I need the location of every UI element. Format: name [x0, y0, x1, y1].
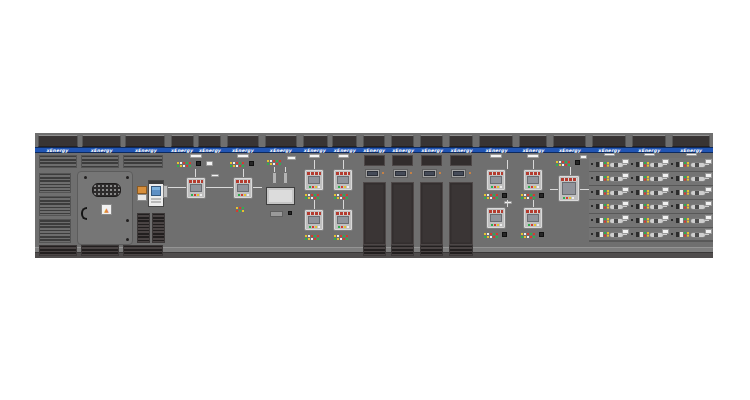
door-handle: [81, 207, 87, 220]
feeder-label: [705, 159, 712, 164]
status-led: [410, 172, 412, 174]
section-mcc-2: xEnergy: [629, 133, 669, 258]
section-control-cabinet-2: xEnergy: [388, 133, 417, 258]
brand-logo: xEnergy: [522, 148, 544, 153]
control-cabinet-front: [446, 153, 476, 247]
vent-pill: [580, 155, 587, 159]
dark-door: [420, 182, 443, 245]
acb-module: [233, 177, 253, 199]
indicator-lights: [604, 162, 606, 164]
indicator-lights: [484, 194, 486, 196]
roof-panels: [589, 133, 629, 147]
brand-logo: xEnergy: [598, 148, 620, 153]
section-mcc-1: xEnergy: [589, 133, 629, 258]
hmi-screen: [424, 171, 435, 176]
indicator-lights: [267, 160, 269, 162]
roof-panel: [363, 135, 386, 147]
door-bolt: [126, 219, 129, 222]
roof-panels: [224, 133, 262, 147]
brand-logo: xEnergy: [135, 148, 157, 153]
brand-logo: xEnergy: [450, 148, 472, 153]
roof-panels: [669, 133, 713, 147]
feeder-label: [705, 187, 712, 192]
roof-panels: [629, 133, 669, 147]
indicator-lights: [604, 176, 606, 178]
release-button: [631, 177, 633, 179]
indicator-lights: [305, 235, 307, 237]
section-control-cabinet-4: xEnergy: [446, 133, 476, 258]
control-switch: [575, 160, 580, 165]
section-metering: xEnergy: [262, 133, 300, 258]
acb-label: [489, 172, 503, 175]
section-control-cabinet-1: xEnergy: [360, 133, 389, 258]
roof-panels: [476, 133, 516, 147]
door-bolt: [126, 238, 129, 241]
mcc-front: [629, 153, 669, 247]
roof-panels: [446, 133, 476, 147]
vent-pill: [604, 153, 615, 156]
control-cabinet-front: [388, 153, 417, 247]
feeder-label: [622, 173, 629, 178]
roof-panel: [332, 135, 357, 147]
switchgear-lineup: xEnergy xEnergy xEnergy ▲: [35, 133, 713, 258]
indicator-lights: [604, 204, 606, 206]
feeder-label: [662, 215, 669, 220]
orange-indicator: [137, 186, 147, 194]
vent-grille: [39, 155, 77, 168]
plinth: [550, 252, 589, 258]
indicator-lights: [644, 204, 646, 206]
bottom-vent-grille: [420, 245, 443, 256]
feeder-label: [622, 187, 629, 192]
indicator-lights: [644, 232, 646, 234]
section-acb-stack-2: xEnergy: [516, 133, 550, 258]
feeder-drawer: [629, 172, 669, 186]
acb-indicators: [563, 197, 565, 199]
meter-buttons: [151, 198, 161, 200]
roof-panel: [519, 135, 547, 147]
brand-logo: xEnergy: [485, 148, 507, 153]
roof-panels: [300, 133, 360, 147]
section-acb-2: xEnergy: [224, 133, 262, 258]
acb-indicators: [238, 194, 240, 196]
control-cabinet-front: [360, 153, 389, 247]
acb-face: [490, 214, 502, 222]
scene-canvas: xEnergy xEnergy xEnergy ▲: [0, 0, 750, 400]
indicator-lights: [636, 204, 639, 209]
control-switch: [249, 161, 254, 166]
acb-label: [236, 180, 250, 183]
acb-label: [307, 212, 321, 215]
indicator-lights: [596, 232, 599, 237]
indicator-lights: [230, 162, 232, 164]
feeder-label: [622, 215, 629, 220]
brand-logo: xEnergy: [90, 148, 112, 153]
roof-panels: [360, 133, 389, 147]
small-label: [137, 194, 147, 201]
indicator-lights: [684, 190, 686, 192]
control-switch: [502, 193, 507, 198]
release-button: [591, 219, 593, 221]
indicator-lights: [596, 162, 599, 167]
acb-front: [476, 153, 516, 247]
roof-panel: [672, 135, 710, 147]
acb-face: [562, 182, 576, 195]
hmi-screen: [395, 171, 406, 176]
vent-grille: [364, 155, 385, 166]
indicator-lights: [604, 218, 606, 220]
vent-grille: [39, 219, 71, 243]
feeder-label: [662, 187, 669, 192]
dark-door: [363, 182, 386, 245]
vent-grille: [152, 213, 165, 243]
feeder-label: [662, 173, 669, 178]
feeder-drawer: [669, 214, 713, 228]
mimic-line: [533, 160, 534, 169]
roof-panel: [449, 135, 473, 147]
hmi-display: [422, 169, 437, 178]
warning-label: ▲: [101, 204, 112, 215]
vent-pill: [287, 156, 296, 160]
section-control-cabinet-3: xEnergy: [417, 133, 446, 258]
vent-pill: [686, 153, 697, 156]
feeder-label: [662, 159, 669, 164]
vent-grille: [450, 155, 472, 166]
acb-label: [526, 210, 540, 213]
acb-indicators: [338, 186, 340, 188]
